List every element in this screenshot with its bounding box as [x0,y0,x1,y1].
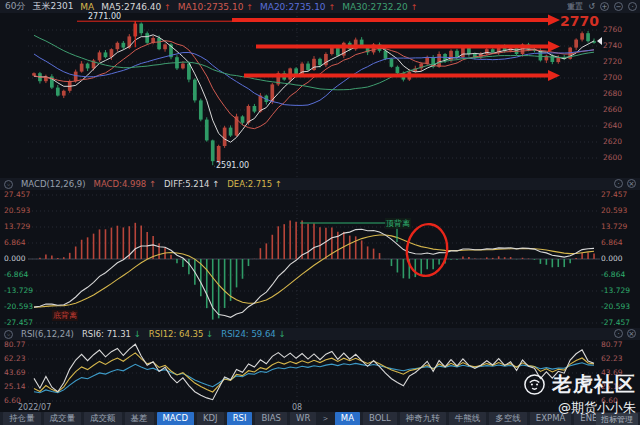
rsi6-value: RSI6: 71.31 ↓ [82,329,141,339]
zoom-in-icon[interactable]: + [600,2,609,11]
axis-tick-label: -6.864 [4,271,28,279]
tab-boll[interactable]: BOLL [363,412,397,425]
tab-kdj[interactable]: KDJ [197,412,224,425]
axis-tick-label: -20.593 [4,303,33,311]
axis-tick-label: -20.593 [601,303,630,311]
more-tabs-button[interactable]: ＞ [319,413,332,425]
rsi12-value: RSI12: 64.35 ↓ [149,329,213,339]
axis-tick-label: 2700 [603,74,622,82]
axis-tick-label: 0.000 [4,255,25,263]
ma30-readout: MA30:2732.20 ↑ [342,2,417,12]
tab-多空线[interactable]: 多空线 [489,412,527,425]
undo-icon[interactable]: ↺ [588,2,595,11]
resistance-price-label: 2770 [560,13,599,29]
last-price-marker [597,37,602,45]
reset-button[interactable]: 重置 [567,1,583,12]
axis-tick-label: 20.593 [601,207,627,215]
down-arrow-icon: ↓ [206,329,213,339]
axis-tick-label: 13.729 [4,223,30,231]
up-arrow-icon: ↑ [149,179,156,189]
tab-成交量[interactable]: 成交量 [44,412,82,425]
rsi24-value: RSI24: 59.64 ↓ [221,329,285,339]
axis-tick-label: 0.000 [601,255,622,263]
axis-tick-label: 43.69 [4,369,25,377]
axis-tick-label: 20.593 [4,207,30,215]
axis-tick-label: 2620 [603,138,622,146]
tab-神奇九转[interactable]: 神奇九转 [400,412,446,425]
up-arrow-icon: ↑ [246,3,253,12]
rsi-header: ◦ RSI(6,12,24) RSI6: 71.31 ↓ RSI12: 64.3… [0,328,640,340]
panel-close-icon[interactable]: × [627,179,636,188]
indicator-eye-icon[interactable]: ◦ [4,330,13,339]
ma10-readout: MA10:2735.10 ↑ [178,2,253,12]
watermark: 老虎社区 @期货小小朱 [523,371,636,417]
axis-tick-label: 2600 [603,154,622,162]
candlestick-chart[interactable] [0,12,640,178]
tab-macd[interactable]: MACD [157,412,194,425]
axis-tick-label: 2760 [603,26,622,34]
macd-panel: 27.45720.59313.7296.8640.000-6.864-13.72… [0,190,640,328]
up-arrow-icon: ↑ [411,3,418,12]
dea-value: DEA:2.715 ↑ [227,179,282,189]
diff-value: DIFF:5.214 ↑ [164,179,219,189]
author-watermark: @期货小小朱 [523,399,636,417]
high-price-annotation: 2771.00 [88,12,121,21]
macd-chart[interactable] [0,190,640,328]
tab-rsi[interactable]: RSI [227,412,253,425]
up-arrow-icon: ↑ [328,3,335,12]
macd-name[interactable]: MACD(12,26,9) [21,179,86,189]
axis-tick-label: 25.14 [4,383,25,391]
up-arrow-icon: ↑ [275,179,282,189]
axis-tick-label: 27.457 [4,191,30,199]
axis-tick-label: 80.77 [4,341,25,349]
panel-collapse-icon[interactable]: · [614,179,623,188]
tiger-logo-icon [523,373,546,396]
up-arrow-icon: ↑ [164,3,171,12]
tab-持仓量[interactable]: 持仓量 [3,412,41,425]
axis-tick-label: 62.23 [4,355,25,363]
community-watermark: 老虎社区 [552,371,636,398]
bottom-divergence-label: 底背离 [52,310,78,321]
axis-tick-label: 2640 [603,122,622,130]
macd-value: MACD:4.998 ↑ [94,179,157,189]
axis-tick-label: 2680 [603,90,622,98]
axis-tick-label: -27.457 [601,319,630,327]
tab-牛熊线[interactable]: 牛熊线 [449,412,487,425]
settings-icon[interactable]: · [628,2,637,11]
down-arrow-icon: ↓ [134,329,141,339]
tab-bias[interactable]: BIAS [255,412,287,425]
axis-tick-label: 2720 [603,58,622,66]
ma-indicator-label[interactable]: MA [80,2,94,12]
low-price-annotation: 2591.00 [216,161,249,170]
axis-tick-label: -27.457 [4,319,33,327]
panel-close-icon[interactable]: × [627,329,636,338]
ma5-readout: MA5:2746.40 ↑ [101,2,170,12]
axis-tick-label: 27.457 [601,191,627,199]
ma20-readout: MA20:2735.10 ↑ [260,2,335,12]
axis-tick-label: 6.864 [4,239,25,247]
tab-成交额[interactable]: 成交额 [84,412,122,425]
axis-tick-label: 2660 [603,106,622,114]
axis-tick-label: 2740 [603,42,622,50]
indicator-eye-icon[interactable]: ◦ [4,180,13,189]
macd-header: ◦ MACD(12,26,9) MACD:4.998 ↑ DIFF:5.214 … [0,178,640,190]
up-arrow-icon: ↑ [212,179,219,189]
price-panel: 276027402720270026802660264026202600 [0,12,640,178]
tab-wr[interactable]: WR [290,412,316,425]
axis-tick-label: 6.864 [601,239,622,247]
axis-tick-label: -13.729 [4,287,33,295]
chart-toolbar: 重置 ↺ + − · [567,1,637,12]
axis-tick-label: 80.77 [601,341,622,349]
axis-tick-label: 62.23 [601,355,622,363]
axis-tick-label: -6.864 [601,271,625,279]
tab-基差[interactable]: 基差 [125,412,154,425]
axis-tick-label: 13.729 [601,223,627,231]
top-divergence-label: 顶背离 [385,218,411,229]
down-arrow-icon: ↓ [278,329,285,339]
axis-tick-label: -13.729 [601,287,630,295]
zoom-out-icon[interactable]: − [614,2,623,11]
rsi-name[interactable]: RSI(6,12,24) [21,329,74,339]
tab-ma[interactable]: MA [335,412,360,425]
chart-app-window: 60分 玉米2301 MA MA5:2746.40 ↑ MA10:2735.10… [0,0,640,425]
panel-collapse-icon[interactable]: · [614,329,623,338]
